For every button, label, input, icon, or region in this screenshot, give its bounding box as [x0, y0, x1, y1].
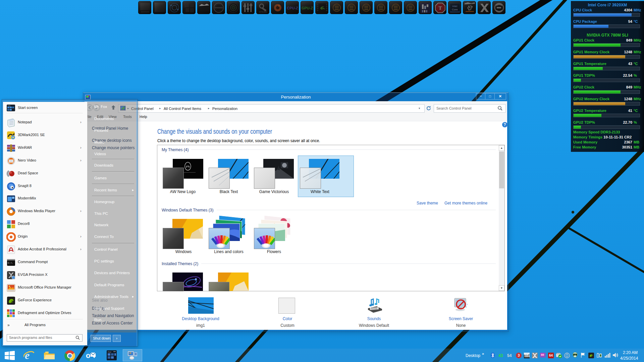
svg-text:CPU-Z: CPU-Z [287, 6, 298, 10]
svg-text:Over: Over [8, 105, 11, 107]
svg-text:T: T [438, 5, 442, 11]
svg-text:o: o [86, 351, 90, 360]
svg-text:GPU-Z: GPU-Z [302, 6, 313, 10]
svg-text:Core: Core [452, 8, 458, 11]
svg-text:intel: intel [452, 5, 458, 8]
svg-text:C:\: C:\ [8, 261, 13, 264]
svg-text:STEAM: STEAM [259, 11, 267, 13]
